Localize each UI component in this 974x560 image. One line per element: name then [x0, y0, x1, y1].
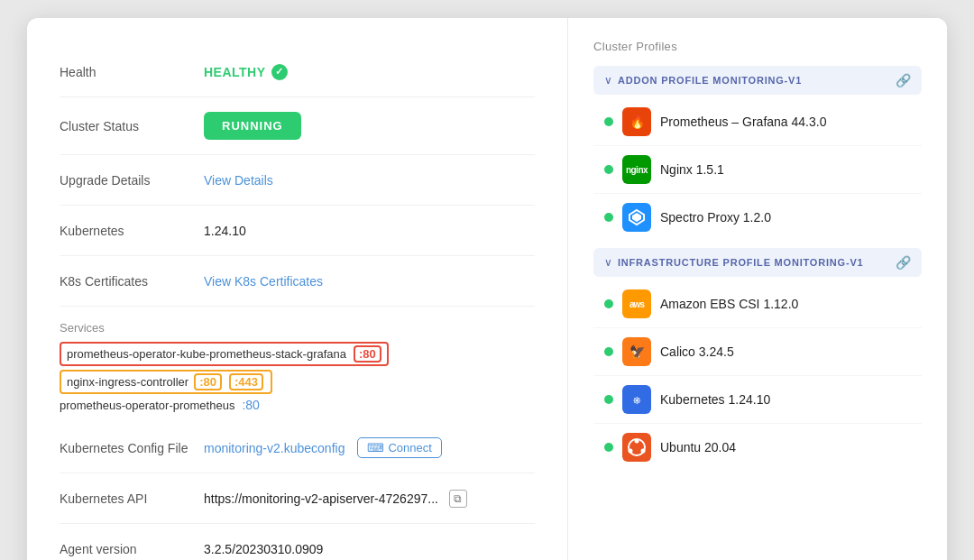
left-panel: Health HEALTHY Cluster Status RUNNING Up…	[27, 18, 568, 560]
kubernetes-label: Kubernetes	[60, 224, 204, 238]
k8s-icon: ⎈	[622, 385, 651, 414]
infra-chevron-icon: ∨	[604, 256, 612, 269]
agent-version-label: Agent version	[60, 542, 204, 556]
agent-version-value: 3.2.5/20230310.0909	[204, 542, 323, 556]
running-button[interactable]: RUNNING	[204, 112, 301, 140]
service-3-port[interactable]: :80	[242, 398, 259, 412]
addon-profile-header[interactable]: ∨ ADDON PROFILE MONITORING-V1 🔗	[593, 66, 922, 95]
ubuntu-icon	[622, 433, 651, 462]
svg-point-3	[635, 439, 639, 444]
k8s-cert-row: K8s Certificates View K8s Certificates	[60, 256, 535, 307]
healthy-dot-icon	[271, 64, 288, 80]
calico-name: Calico 3.24.5	[660, 344, 734, 359]
upgrade-row: Upgrade Details View Details	[60, 155, 535, 206]
addon-chevron-icon: ∨	[604, 74, 612, 87]
spectro-icon	[622, 203, 651, 232]
k8s-api-label: Kubernetes API	[60, 491, 204, 506]
view-details-link[interactable]: View Details	[204, 173, 273, 188]
profile-item-k8s: ⎈ Kubernetes 1.24.10	[593, 376, 922, 424]
service-1-name: prometheus-operator-kube-prometheus-stac…	[60, 342, 389, 366]
k8s-cert-label: K8s Certificates	[60, 274, 204, 289]
status-dot-ubuntu	[604, 443, 613, 452]
connect-button[interactable]: ⌨ Connect	[357, 437, 441, 458]
k8s-api-row: Kubernetes API https://monitoring-v2-api…	[60, 473, 535, 524]
profile-item-nginx: nginx Nginx 1.5.1	[593, 146, 922, 194]
k8s-api-value: https://monitoring-v2-apiserver-4726297.…	[204, 491, 438, 506]
status-dot-k8s	[604, 395, 613, 404]
infra-profile-header[interactable]: ∨ INFRASTRUCTURE PROFILE MONITORING-V1 🔗	[593, 248, 922, 277]
health-row: Health HEALTHY	[60, 47, 535, 97]
svg-point-5	[629, 449, 633, 454]
kubeconfig-file-link[interactable]: monitoring-v2.kubeconfig	[204, 441, 345, 455]
status-dot-prometheus	[604, 117, 613, 126]
kubeconfig-label: Kubernetes Config File	[60, 441, 204, 455]
prometheus-icon: 🔥	[622, 107, 651, 136]
profile-item-aws: aws Amazon EBS CSI 1.12.0	[593, 280, 922, 328]
addon-profile-section: ∨ ADDON PROFILE MONITORING-V1 🔗 🔥 Promet…	[593, 66, 922, 241]
right-panel: Cluster Profiles ∨ ADDON PROFILE MONITOR…	[568, 18, 947, 560]
profile-item-spectro: Spectro Proxy 1.2.0	[593, 194, 922, 241]
view-k8s-cert-link[interactable]: View K8s Certificates	[204, 274, 323, 289]
service-item-1: prometheus-operator-kube-prometheus-stac…	[60, 342, 535, 366]
service-3-name: prometheus-operator-prometheus	[60, 399, 234, 412]
service-2-port2[interactable]: :443	[229, 373, 263, 390]
agent-version-row: Agent version 3.2.5/20230310.0909	[60, 524, 535, 560]
nginx-name: Nginx 1.5.1	[660, 162, 724, 177]
upgrade-label: Upgrade Details	[60, 173, 204, 188]
kubernetes-row: Kubernetes 1.24.10	[60, 206, 535, 256]
calico-icon: 🦅	[622, 337, 651, 366]
ubuntu-name: Ubuntu 20.04	[660, 440, 736, 454]
service-2-name: nginx-ingress-controller :80 :443	[60, 370, 272, 394]
cluster-status-label: Cluster Status	[60, 119, 204, 133]
svg-marker-1	[632, 213, 641, 222]
cluster-profiles-title: Cluster Profiles	[593, 40, 922, 53]
k8s-name: Kubernetes 1.24.10	[660, 392, 770, 407]
prometheus-name: Prometheus – Grafana 44.3.0	[660, 115, 826, 129]
k8s-api-value-area: https://monitoring-v2-apiserver-4726297.…	[204, 490, 467, 508]
health-label: Health	[60, 65, 204, 79]
spectro-name: Spectro Proxy 1.2.0	[660, 210, 771, 225]
status-dot-calico	[604, 347, 613, 356]
service-2-port1[interactable]: :80	[194, 373, 222, 390]
health-status: HEALTHY	[204, 64, 288, 80]
infra-profile-section: ∨ INFRASTRUCTURE PROFILE MONITORING-V1 🔗…	[593, 248, 922, 471]
main-card: Health HEALTHY Cluster Status RUNNING Up…	[27, 18, 947, 560]
service-1-port[interactable]: :80	[354, 345, 381, 363]
kubeconfig-row: Kubernetes Config File monitoring-v2.kub…	[60, 423, 535, 473]
health-status-text: HEALTHY	[204, 65, 266, 79]
service-item-2: nginx-ingress-controller :80 :443	[60, 370, 535, 394]
terminal-icon: ⌨	[367, 441, 384, 454]
profile-item-ubuntu: Ubuntu 20.04	[593, 424, 922, 471]
status-dot-spectro	[604, 213, 613, 222]
svg-point-4	[641, 449, 646, 454]
addon-link-icon: 🔗	[896, 73, 911, 87]
copy-icon[interactable]: ⧉	[449, 490, 467, 508]
infra-link-icon: 🔗	[896, 255, 911, 270]
status-dot-nginx	[604, 165, 613, 174]
connect-label: Connect	[388, 441, 431, 454]
services-section: Services prometheus-operator-kube-promet…	[60, 307, 535, 423]
cluster-status-row: Cluster Status RUNNING	[60, 97, 535, 155]
services-label: Services	[60, 321, 535, 335]
kubernetes-version: 1.24.10	[204, 224, 246, 238]
profile-item-prometheus: 🔥 Prometheus – Grafana 44.3.0	[593, 98, 922, 146]
aws-icon: aws	[622, 289, 651, 318]
status-dot-aws	[604, 299, 613, 308]
profile-item-calico: 🦅 Calico 3.24.5	[593, 328, 922, 376]
kubeconfig-value-area: monitoring-v2.kubeconfig ⌨ Connect	[204, 437, 442, 458]
service-item-3: prometheus-operator-prometheus :80	[60, 398, 535, 412]
aws-name: Amazon EBS CSI 1.12.0	[660, 297, 798, 311]
addon-profile-header-text: ADDON PROFILE MONITORING-V1	[618, 75, 802, 86]
nginx-icon: nginx	[622, 155, 651, 184]
infra-profile-header-text: INFRASTRUCTURE PROFILE MONITORING-V1	[618, 257, 863, 268]
